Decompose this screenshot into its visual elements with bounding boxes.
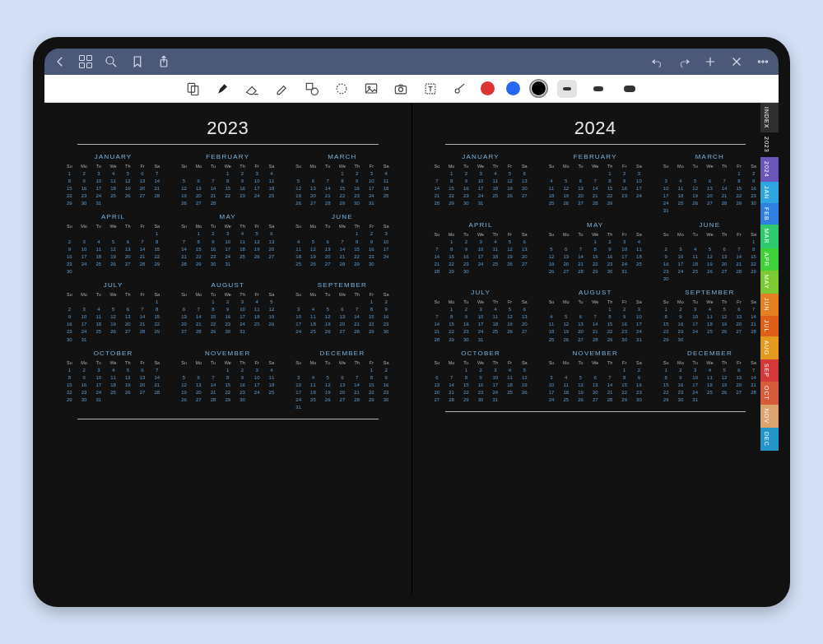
day-cell[interactable]: 24 (674, 268, 688, 275)
day-cell[interactable]: 18 (250, 313, 264, 320)
day-cell[interactable]: 20 (518, 321, 532, 327)
tab-nov[interactable]: NOV (760, 405, 779, 428)
month-may[interactable]: MAYSuMoTuWeThFrSa 1234567891011121314151… (177, 213, 278, 275)
day-cell[interactable]: 16 (746, 185, 760, 192)
day-cell[interactable]: 22 (150, 253, 164, 260)
day-cell[interactable]: 22 (459, 389, 473, 396)
day-cell[interactable]: 23 (379, 321, 393, 327)
day-cell[interactable]: 30 (379, 328, 393, 335)
day-cell[interactable]: 5 (559, 313, 573, 320)
day-cell[interactable]: 24 (250, 192, 264, 199)
day-cell[interactable]: 27 (574, 336, 588, 343)
day-cell[interactable]: 22 (444, 328, 458, 335)
day-cell[interactable]: 18 (559, 389, 573, 396)
day-cell[interactable]: 8 (150, 239, 164, 245)
day-cell[interactable]: 30 (221, 328, 235, 335)
day-cell[interactable]: 27 (177, 328, 191, 335)
day-cell[interactable]: 8 (444, 178, 458, 184)
day-cell[interactable]: 10 (688, 374, 702, 381)
day-cell[interactable]: 30 (674, 396, 688, 403)
day-cell[interactable]: 3 (632, 306, 646, 313)
day-cell[interactable]: 10 (545, 382, 559, 388)
day-cell[interactable]: 18 (545, 328, 559, 335)
day-cell[interactable]: 6 (336, 374, 350, 381)
month-january[interactable]: JANUARYSuMoTuWeThFrSa1234567891011121314… (63, 153, 164, 206)
day-cell[interactable]: 12 (559, 321, 573, 327)
highlighter-icon[interactable] (273, 80, 291, 98)
day-cell[interactable]: 18 (106, 185, 120, 192)
day-cell[interactable]: 21 (136, 253, 150, 260)
day-cell[interactable]: 18 (106, 382, 120, 388)
day-cell[interactable]: 23 (77, 389, 91, 396)
day-cell[interactable]: 29 (350, 261, 364, 267)
month-march[interactable]: MARCHSuMoTuWeThFrSa 12345678910111213141… (291, 153, 393, 206)
day-cell[interactable]: 17 (77, 253, 91, 260)
day-cell[interactable]: 27 (336, 328, 350, 335)
day-cell[interactable]: 19 (291, 192, 305, 199)
day-cell[interactable]: 9 (659, 253, 673, 260)
day-cell[interactable]: 24 (474, 328, 488, 335)
day-cell[interactable]: 27 (321, 261, 335, 267)
day-cell[interactable]: 5 (503, 239, 517, 245)
day-cell[interactable]: 17 (545, 389, 559, 396)
day-cell[interactable]: 15 (603, 321, 617, 327)
day-cell[interactable]: 23 (617, 328, 631, 335)
day-cell[interactable]: 17 (77, 321, 91, 327)
day-cell[interactable]: 22 (746, 261, 760, 267)
day-cell[interactable]: 21 (603, 389, 617, 396)
day-cell[interactable]: 2 (63, 239, 77, 245)
day-cell[interactable]: 17 (674, 261, 688, 267)
day-cell[interactable]: 19 (121, 382, 135, 388)
day-cell[interactable]: 2 (459, 306, 473, 313)
day-cell[interactable]: 15 (444, 185, 458, 192)
day-cell[interactable]: 2 (617, 306, 631, 313)
day-cell[interactable]: 25 (488, 192, 502, 199)
month-september[interactable]: SEPTEMBERSuMoTuWeThFrSa 1234567891011121… (291, 281, 393, 343)
day-cell[interactable]: 25 (306, 396, 320, 403)
day-cell[interactable]: 21 (150, 185, 164, 192)
day-cell[interactable]: 25 (235, 253, 249, 260)
day-cell[interactable]: 16 (474, 382, 488, 388)
day-cell[interactable]: 6 (732, 306, 746, 313)
day-cell[interactable]: 1 (221, 170, 235, 177)
day-cell[interactable]: 9 (77, 178, 91, 184)
day-cell[interactable]: 26 (503, 192, 517, 199)
day-cell[interactable]: 8 (350, 239, 364, 245)
day-cell[interactable]: 7 (430, 178, 444, 184)
day-cell[interactable]: 9 (746, 178, 760, 184)
day-cell[interactable]: 3 (688, 306, 702, 313)
day-cell[interactable]: 1 (617, 367, 631, 373)
day-cell[interactable]: 17 (250, 382, 264, 388)
day-cell[interactable]: 15 (444, 321, 458, 327)
day-cell[interactable]: 9 (632, 374, 646, 381)
day-cell[interactable]: 14 (574, 253, 588, 260)
day-cell[interactable]: 16 (617, 185, 631, 192)
day-cell[interactable]: 22 (444, 261, 458, 267)
day-cell[interactable]: 4 (235, 230, 249, 237)
day-cell[interactable]: 16 (659, 261, 673, 267)
day-cell[interactable]: 13 (336, 313, 350, 320)
day-cell[interactable]: 23 (459, 261, 473, 267)
day-cell[interactable]: 18 (291, 253, 305, 260)
day-cell[interactable]: 16 (77, 382, 91, 388)
day-cell[interactable]: 7 (207, 374, 221, 381)
day-cell[interactable]: 12 (545, 253, 559, 260)
day-cell[interactable]: 25 (265, 389, 279, 396)
day-cell[interactable]: 29 (459, 396, 473, 403)
day-cell[interactable]: 9 (459, 246, 473, 253)
day-cell[interactable]: 30 (459, 200, 473, 206)
day-cell[interactable]: 15 (63, 382, 77, 388)
day-cell[interactable]: 16 (350, 185, 364, 192)
day-cell[interactable]: 29 (444, 268, 458, 275)
day-cell[interactable]: 27 (559, 268, 573, 275)
day-cell[interactable]: 8 (192, 239, 206, 245)
day-cell[interactable]: 22 (588, 261, 602, 267)
day-cell[interactable]: 27 (192, 200, 206, 206)
day-cell[interactable]: 29 (150, 328, 164, 335)
day-cell[interactable]: 22 (617, 389, 631, 396)
day-cell[interactable]: 18 (488, 253, 502, 260)
day-cell[interactable]: 2 (632, 367, 646, 373)
day-cell[interactable]: 17 (91, 382, 105, 388)
tab-aug[interactable]: AUG (760, 336, 779, 359)
day-cell[interactable]: 16 (379, 313, 393, 320)
